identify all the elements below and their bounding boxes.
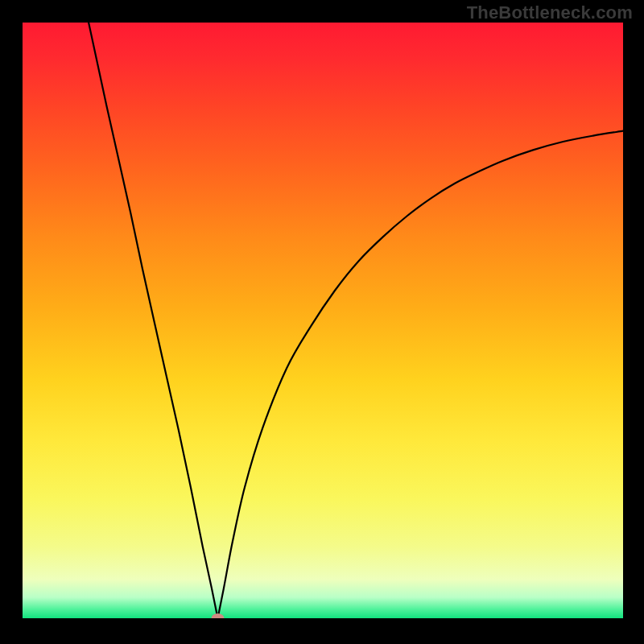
background-rect — [23, 23, 623, 618]
watermark-text: TheBottleneck.com — [467, 2, 633, 23]
plot-svg — [23, 23, 623, 618]
chart-frame: TheBottleneck.com — [0, 0, 644, 644]
plot-area — [23, 23, 623, 618]
